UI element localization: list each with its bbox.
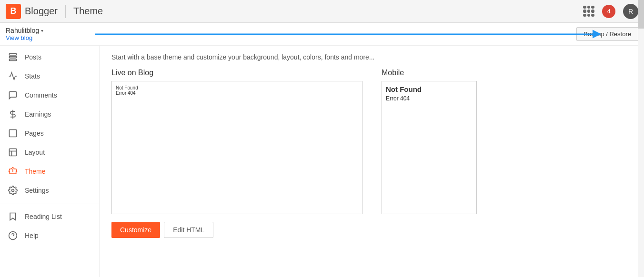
help-icon — [8, 231, 18, 240]
svg-point-9 — [12, 189, 14, 192]
dropdown-arrow-icon: ▾ — [41, 28, 43, 33]
svg-rect-2 — [10, 59, 17, 60]
mobile-section: Mobile Not Found Error 404 — [382, 69, 633, 214]
blog-name-selector[interactable]: Rahulitblog ▾ — [6, 27, 43, 34]
avatar[interactable]: R — [623, 4, 638, 19]
blog-info: Rahulitblog ▾ View blog — [6, 27, 43, 41]
live-on-blog-preview: Not Found Error 404 — [111, 81, 362, 214]
sidebar-item-stats[interactable]: Stats — [0, 67, 100, 86]
header-logo: B Blogger — [6, 4, 58, 19]
layout-label: Layout — [25, 148, 45, 156]
grid-dot — [591, 10, 594, 13]
sidebar-item-reading-list[interactable]: Reading List — [0, 207, 100, 226]
blogger-logo-icon: B — [6, 4, 21, 19]
svg-marker-10 — [10, 213, 16, 220]
description-text: Start with a base theme and customize yo… — [111, 53, 633, 61]
sidebar-bottom-section: Reading List Help — [0, 207, 100, 245]
svg-rect-0 — [10, 54, 17, 55]
header-right: 4 R — [583, 4, 638, 19]
pages-icon — [8, 129, 18, 138]
mobile-label: Mobile — [382, 69, 633, 77]
earnings-icon — [8, 109, 18, 119]
header: B Blogger Theme 4 R — [0, 0, 644, 23]
apps-grid-icon[interactable] — [583, 6, 594, 17]
comments-label: Comments — [25, 91, 57, 99]
settings-label: Settings — [25, 187, 49, 194]
help-label: Help — [25, 232, 39, 239]
sub-header: Rahulitblog ▾ View blog Backup / Restore — [0, 23, 644, 46]
sidebar-item-settings[interactable]: Settings — [0, 181, 100, 200]
sidebar-item-comments[interactable]: Comments — [0, 86, 100, 105]
sidebar-main-section: Posts Stats Comments — [0, 48, 100, 200]
app-name: Blogger — [25, 6, 58, 17]
grid-dot — [583, 14, 586, 17]
grid-dot — [591, 6, 594, 9]
edit-html-button[interactable]: Edit HTML — [164, 222, 213, 238]
sidebar: Posts Stats Comments — [0, 46, 100, 277]
reading-list-icon — [8, 212, 18, 221]
comments-icon — [8, 90, 18, 100]
notification-badge[interactable]: 4 — [602, 5, 615, 18]
stats-label: Stats — [25, 72, 40, 80]
backup-restore-button[interactable]: Backup / Restore — [576, 27, 638, 41]
preview-error-large: Error 404 — [386, 95, 473, 102]
previews-container: Live on Blog Not Found Error 404 Mobile … — [111, 69, 633, 214]
scrollbar-thumb[interactable] — [638, 0, 644, 29]
posts-icon — [8, 52, 18, 62]
preview-not-found-large: Not Found — [386, 85, 473, 93]
grid-dot — [591, 14, 594, 17]
live-on-blog-section: Live on Blog Not Found Error 404 — [111, 69, 362, 214]
reading-list-label: Reading List — [25, 213, 62, 220]
header-divider — [65, 5, 66, 18]
grid-dot — [587, 6, 591, 9]
arrow-line — [95, 33, 596, 35]
settings-icon — [8, 186, 18, 195]
preview-error-small: Error 404 — [116, 90, 358, 96]
sidebar-item-posts[interactable]: Posts — [0, 48, 100, 67]
theme-label: Theme — [25, 168, 46, 175]
posts-label: Posts — [25, 53, 41, 61]
svg-rect-1 — [10, 56, 17, 58]
theme-icon — [8, 167, 18, 176]
annotation-arrow — [95, 33, 596, 35]
grid-dot — [587, 10, 591, 13]
scrollbar-track[interactable] — [638, 0, 644, 277]
sidebar-item-earnings[interactable]: Earnings — [0, 105, 100, 124]
svg-rect-4 — [10, 130, 17, 137]
header-page-title: Theme — [73, 6, 103, 17]
sidebar-divider — [0, 204, 100, 204]
layout: Posts Stats Comments — [0, 46, 644, 277]
sidebar-item-theme[interactable]: Theme — [0, 162, 100, 181]
view-blog-link[interactable]: View blog — [6, 34, 43, 41]
grid-dot — [583, 6, 586, 9]
preview-not-found-small: Not Found — [116, 85, 358, 90]
customize-button[interactable]: Customize — [111, 222, 160, 238]
grid-dot — [587, 14, 591, 17]
layout-icon — [8, 148, 18, 157]
mobile-preview: Not Found Error 404 — [382, 81, 477, 214]
live-on-blog-label: Live on Blog — [111, 69, 362, 77]
earnings-label: Earnings — [25, 110, 51, 118]
grid-dot — [583, 10, 586, 13]
sidebar-item-layout[interactable]: Layout — [0, 143, 100, 162]
svg-rect-5 — [10, 149, 17, 156]
stats-icon — [8, 71, 18, 81]
sidebar-item-help[interactable]: Help — [0, 226, 100, 245]
sidebar-item-pages[interactable]: Pages — [0, 124, 100, 143]
pages-label: Pages — [25, 129, 44, 137]
main-content: Start with a base theme and customize yo… — [100, 46, 644, 277]
action-buttons: Customize Edit HTML — [111, 222, 633, 238]
